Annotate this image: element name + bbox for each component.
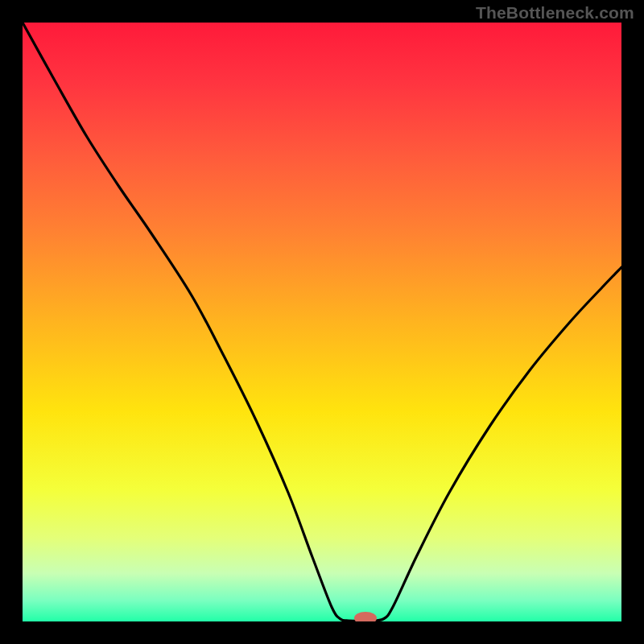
plot-area: [23, 23, 621, 621]
bottleneck-curve-chart: [23, 23, 621, 621]
chart-frame: TheBottleneck.com: [0, 0, 644, 644]
watermark-text: TheBottleneck.com: [476, 3, 634, 23]
gradient-background: [23, 23, 621, 621]
